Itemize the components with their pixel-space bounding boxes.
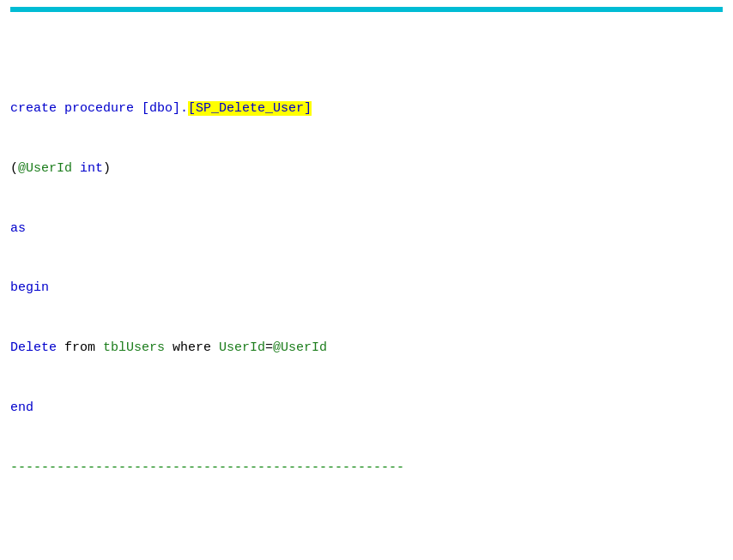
dbo-bracket: [dbo]. [142,101,188,116]
line-2: (@UserId int) [10,159,723,178]
stmt-from-1: from tblUsers where UserId=@UserId [57,340,327,355]
sp-name-1: [SP_Delete_User] [188,101,312,116]
line-4: begin [10,278,723,298]
separator-1: ----------------------------------------… [10,458,723,478]
line-6: end [10,398,723,418]
line-1: create procedure [dbo].[SP_Delete_User] [10,99,723,118]
line-3: as [10,219,723,238]
keyword-end-1: end [10,400,33,415]
top-bar [10,7,723,12]
line-5: Delete from tblUsers where UserId=@UserI… [10,338,723,358]
keyword-as-1: as [10,221,26,236]
code-editor: create procedure [dbo].[SP_Delete_User] … [10,19,723,560]
keyword-create: create procedure [10,101,142,116]
keyword-begin-1: begin [10,280,49,295]
keyword-delete: Delete [10,340,57,355]
param-userid-1: (@UserId int) [10,161,111,176]
